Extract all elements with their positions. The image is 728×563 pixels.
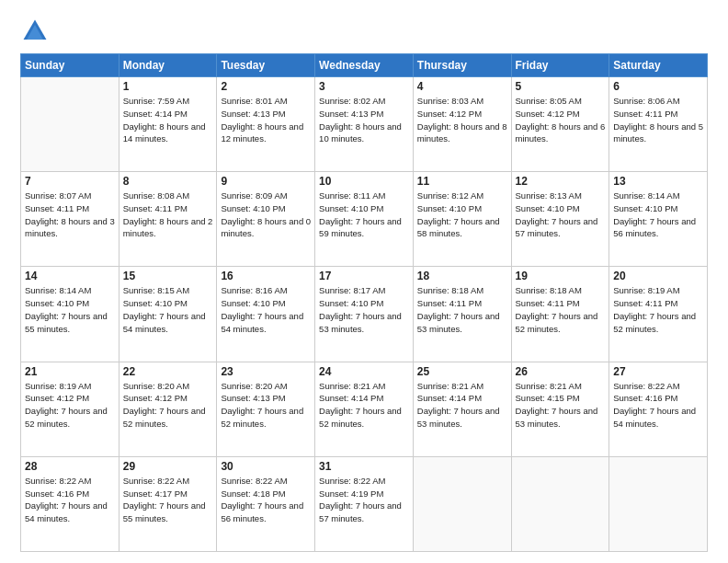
day-number: 17	[319, 270, 409, 282]
day-cell: 20Sunrise: 8:19 AMSunset: 4:11 PMDayligh…	[609, 267, 708, 362]
day-info: Sunrise: 8:03 AMSunset: 4:12 PMDaylight:…	[417, 95, 507, 145]
day-cell: 24Sunrise: 8:21 AMSunset: 4:14 PMDayligh…	[315, 362, 414, 456]
day-number: 4	[417, 80, 507, 93]
day-cell: 1Sunrise: 7:59 AMSunset: 4:14 PMDaylight…	[119, 77, 217, 172]
day-number: 30	[221, 460, 311, 473]
day-info: Sunrise: 8:15 AMSunset: 4:10 PMDaylight:…	[123, 284, 213, 335]
day-number: 25	[417, 365, 507, 378]
day-cell: 22Sunrise: 8:20 AMSunset: 4:12 PMDayligh…	[119, 362, 217, 456]
day-number: 20	[613, 270, 703, 282]
day-cell: 13Sunrise: 8:14 AMSunset: 4:10 PMDayligh…	[609, 172, 708, 267]
day-info: Sunrise: 8:17 AMSunset: 4:10 PMDaylight:…	[319, 284, 409, 335]
col-header-friday: Friday	[511, 54, 609, 77]
day-number: 2	[221, 80, 311, 93]
logo	[20, 17, 53, 46]
day-info: Sunrise: 8:20 AMSunset: 4:12 PMDaylight:…	[123, 380, 213, 431]
day-info: Sunrise: 8:12 AMSunset: 4:10 PMDaylight:…	[417, 190, 507, 240]
col-header-sunday: Sunday	[21, 54, 119, 77]
day-number: 22	[123, 365, 213, 378]
day-cell: 26Sunrise: 8:21 AMSunset: 4:15 PMDayligh…	[511, 362, 609, 456]
day-cell: 28Sunrise: 8:22 AMSunset: 4:16 PMDayligh…	[21, 456, 119, 551]
day-info: Sunrise: 8:14 AMSunset: 4:10 PMDaylight:…	[25, 284, 115, 335]
day-number: 6	[613, 80, 703, 93]
day-number: 10	[319, 175, 409, 188]
day-number: 18	[417, 270, 507, 282]
day-info: Sunrise: 8:16 AMSunset: 4:10 PMDaylight:…	[221, 284, 311, 335]
day-number: 5	[516, 80, 606, 93]
day-cell: 16Sunrise: 8:16 AMSunset: 4:10 PMDayligh…	[217, 267, 315, 362]
day-cell	[511, 456, 609, 551]
day-number: 15	[123, 270, 213, 282]
day-cell: 17Sunrise: 8:17 AMSunset: 4:10 PMDayligh…	[315, 267, 414, 362]
day-number: 31	[319, 460, 409, 473]
day-cell	[21, 77, 119, 172]
day-info: Sunrise: 8:20 AMSunset: 4:13 PMDaylight:…	[221, 380, 311, 431]
day-number: 14	[25, 270, 115, 282]
day-cell: 29Sunrise: 8:22 AMSunset: 4:17 PMDayligh…	[119, 456, 217, 551]
day-info: Sunrise: 7:59 AMSunset: 4:14 PMDaylight:…	[123, 95, 213, 145]
day-cell: 30Sunrise: 8:22 AMSunset: 4:18 PMDayligh…	[217, 456, 315, 551]
day-info: Sunrise: 8:22 AMSunset: 4:17 PMDaylight:…	[123, 475, 213, 525]
day-info: Sunrise: 8:18 AMSunset: 4:11 PMDaylight:…	[417, 284, 507, 335]
day-number: 3	[319, 80, 409, 93]
day-cell: 31Sunrise: 8:22 AMSunset: 4:19 PMDayligh…	[315, 456, 414, 551]
day-info: Sunrise: 8:21 AMSunset: 4:14 PMDaylight:…	[417, 380, 507, 431]
day-info: Sunrise: 8:22 AMSunset: 4:16 PMDaylight:…	[25, 475, 115, 525]
day-number: 21	[25, 365, 115, 378]
day-number: 8	[123, 175, 213, 188]
day-info: Sunrise: 8:22 AMSunset: 4:16 PMDaylight:…	[613, 380, 703, 431]
day-info: Sunrise: 8:22 AMSunset: 4:19 PMDaylight:…	[319, 475, 409, 525]
week-row-1: 7Sunrise: 8:07 AMSunset: 4:11 PMDaylight…	[21, 172, 708, 267]
day-cell: 18Sunrise: 8:18 AMSunset: 4:11 PMDayligh…	[413, 267, 511, 362]
day-info: Sunrise: 8:02 AMSunset: 4:13 PMDaylight:…	[319, 95, 409, 145]
day-number: 1	[123, 80, 213, 93]
day-cell: 6Sunrise: 8:06 AMSunset: 4:11 PMDaylight…	[609, 77, 708, 172]
day-number: 28	[25, 460, 115, 473]
day-info: Sunrise: 8:22 AMSunset: 4:18 PMDaylight:…	[221, 475, 311, 525]
day-number: 27	[613, 365, 703, 378]
day-cell	[609, 456, 708, 551]
day-cell: 23Sunrise: 8:20 AMSunset: 4:13 PMDayligh…	[217, 362, 315, 456]
day-cell	[413, 456, 511, 551]
day-info: Sunrise: 8:18 AMSunset: 4:11 PMDaylight:…	[516, 284, 606, 335]
week-row-3: 21Sunrise: 8:19 AMSunset: 4:12 PMDayligh…	[21, 362, 708, 456]
day-info: Sunrise: 8:06 AMSunset: 4:11 PMDaylight:…	[613, 95, 703, 145]
day-info: Sunrise: 8:13 AMSunset: 4:10 PMDaylight:…	[516, 190, 606, 240]
day-cell: 3Sunrise: 8:02 AMSunset: 4:13 PMDaylight…	[315, 77, 414, 172]
day-info: Sunrise: 8:21 AMSunset: 4:15 PMDaylight:…	[516, 380, 606, 431]
day-number: 26	[516, 365, 606, 378]
day-number: 13	[613, 175, 703, 188]
day-info: Sunrise: 8:07 AMSunset: 4:11 PMDaylight:…	[25, 190, 115, 240]
header	[20, 17, 708, 46]
day-number: 23	[221, 365, 311, 378]
col-header-monday: Monday	[119, 54, 217, 77]
day-info: Sunrise: 8:08 AMSunset: 4:11 PMDaylight:…	[123, 190, 213, 240]
day-number: 7	[25, 175, 115, 188]
day-cell: 4Sunrise: 8:03 AMSunset: 4:12 PMDaylight…	[413, 77, 511, 172]
day-number: 16	[221, 270, 311, 282]
day-number: 24	[319, 365, 409, 378]
day-cell: 21Sunrise: 8:19 AMSunset: 4:12 PMDayligh…	[21, 362, 119, 456]
day-cell: 5Sunrise: 8:05 AMSunset: 4:12 PMDaylight…	[511, 77, 609, 172]
day-info: Sunrise: 8:19 AMSunset: 4:12 PMDaylight:…	[25, 380, 115, 431]
day-cell: 2Sunrise: 8:01 AMSunset: 4:13 PMDaylight…	[217, 77, 315, 172]
calendar-header-row: SundayMondayTuesdayWednesdayThursdayFrid…	[21, 54, 708, 77]
col-header-wednesday: Wednesday	[315, 54, 414, 77]
day-info: Sunrise: 8:11 AMSunset: 4:10 PMDaylight:…	[319, 190, 409, 240]
week-row-4: 28Sunrise: 8:22 AMSunset: 4:16 PMDayligh…	[21, 456, 708, 551]
col-header-saturday: Saturday	[609, 54, 708, 77]
day-cell: 12Sunrise: 8:13 AMSunset: 4:10 PMDayligh…	[511, 172, 609, 267]
day-number: 19	[516, 270, 606, 282]
day-number: 9	[221, 175, 311, 188]
day-info: Sunrise: 8:09 AMSunset: 4:10 PMDaylight:…	[221, 190, 311, 240]
day-cell: 19Sunrise: 8:18 AMSunset: 4:11 PMDayligh…	[511, 267, 609, 362]
day-cell: 8Sunrise: 8:08 AMSunset: 4:11 PMDaylight…	[119, 172, 217, 267]
day-cell: 15Sunrise: 8:15 AMSunset: 4:10 PMDayligh…	[119, 267, 217, 362]
page: SundayMondayTuesdayWednesdayThursdayFrid…	[0, 0, 728, 563]
day-number: 11	[417, 175, 507, 188]
day-number: 12	[516, 175, 606, 188]
day-number: 29	[123, 460, 213, 473]
day-info: Sunrise: 8:01 AMSunset: 4:13 PMDaylight:…	[221, 95, 311, 145]
day-cell: 7Sunrise: 8:07 AMSunset: 4:11 PMDaylight…	[21, 172, 119, 267]
col-header-tuesday: Tuesday	[217, 54, 315, 77]
